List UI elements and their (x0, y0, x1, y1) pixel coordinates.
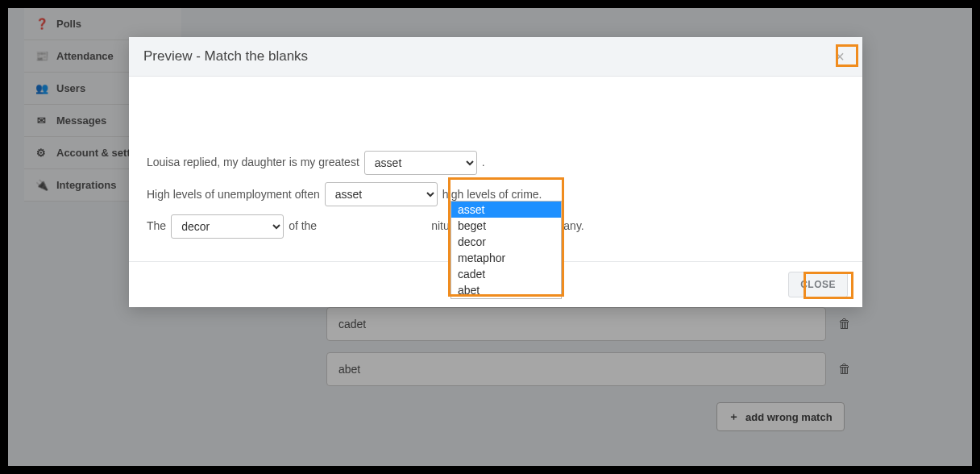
sentence-1: Louisa replied, my daughter is my greate… (147, 149, 845, 177)
blank-select-2[interactable]: asset (325, 182, 438, 206)
text: . (482, 149, 485, 177)
dropdown-option[interactable]: asset (451, 202, 561, 218)
blank-select-1[interactable]: asset (364, 151, 477, 175)
dropdown-options-panel[interactable]: asset beget decor metaphor cadet abet (451, 201, 562, 299)
dropdown-option[interactable]: abet (451, 282, 561, 298)
text: Louisa replied, my daughter is my greate… (147, 149, 359, 177)
modal-title: Preview - Match the blanks (143, 48, 308, 64)
blank-select-3[interactable]: decor (171, 214, 284, 239)
dropdown-option[interactable]: decor (451, 234, 561, 250)
dropdown-option[interactable]: cadet (451, 266, 561, 282)
modal-header: Preview - Match the blanks × (129, 37, 862, 77)
dropdown-option[interactable]: metaphor (451, 250, 561, 266)
text: of the (289, 213, 317, 240)
text: High levels of unemployment often (147, 181, 320, 209)
close-icon[interactable]: × (832, 48, 848, 64)
close-button[interactable]: CLOSE (788, 272, 848, 297)
dropdown-option[interactable]: beget (451, 218, 561, 234)
text: The (147, 213, 166, 240)
